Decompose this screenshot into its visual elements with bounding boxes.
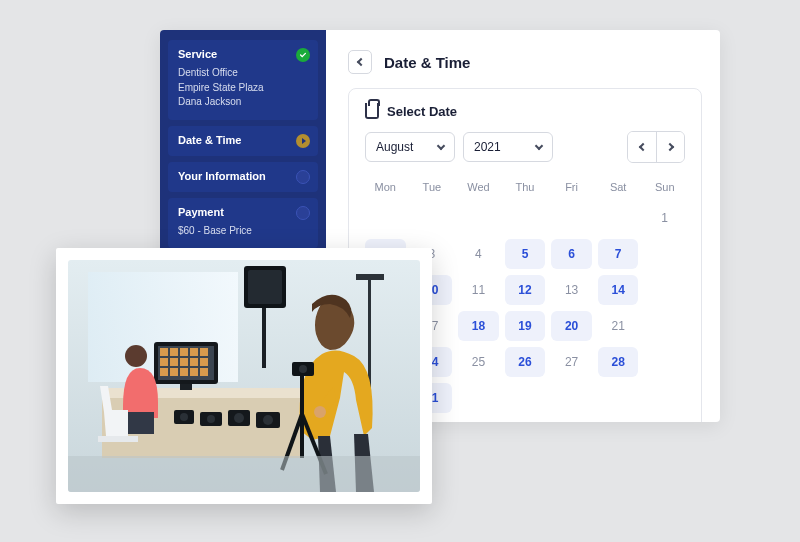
svg-rect-28 [126,412,154,434]
svg-rect-18 [180,358,188,366]
svg-point-35 [234,413,244,423]
svg-rect-15 [200,348,208,356]
svg-point-31 [180,413,188,421]
prev-month-button[interactable] [628,132,656,162]
step-datetime[interactable]: Date & Time [168,126,318,156]
chevron-left-icon [639,143,647,151]
circle-icon [296,206,310,220]
calendar-empty [365,203,406,233]
calendar-empty [598,383,639,413]
calendar-empty [551,383,592,413]
weekday-label: Sun [644,177,685,197]
calendar-day[interactable]: 14 [598,275,639,305]
calendar-day[interactable]: 28 [598,347,639,377]
svg-rect-17 [170,358,178,366]
svg-rect-12 [170,348,178,356]
svg-rect-24 [190,368,198,376]
step-payment[interactable]: Payment $60 - Base Price [168,198,318,249]
calendar-empty [505,203,546,233]
calendar-day[interactable]: 7 [598,239,639,269]
calendar-nav [627,131,685,163]
weekday-label: Fri [551,177,592,197]
calendar-day: 13 [551,275,592,305]
calendar-day[interactable]: 19 [505,311,546,341]
step-details: $60 - Base Price [178,224,308,239]
calendar-empty [644,383,685,413]
photo-image [68,260,420,492]
circle-icon [296,170,310,184]
step-title: Date & Time [178,134,308,146]
step-service[interactable]: Service Dentist Office Empire State Plaz… [168,40,318,120]
weekday-label: Wed [458,177,499,197]
svg-rect-16 [160,358,168,366]
svg-point-38 [314,406,326,418]
calendar-day: 21 [598,311,639,341]
weekday-label: Mon [365,177,406,197]
calendar-day: 11 [458,275,499,305]
calendar-empty [598,203,639,233]
calendar-empty [551,203,592,233]
calendar-weekdays: MonTueWedThuFriSatSun [365,177,685,197]
svg-rect-14 [190,348,198,356]
calendar-day[interactable]: 12 [505,275,546,305]
calendar-empty [458,383,499,413]
calendar-day: 25 [458,347,499,377]
step-details: Dentist Office Empire State Plaza Dana J… [178,66,308,110]
svg-rect-19 [190,358,198,366]
svg-rect-29 [98,436,138,442]
svg-rect-26 [180,384,192,390]
chevron-left-icon [357,58,365,66]
calendar-day[interactable]: 18 [458,311,499,341]
page-title: Date & Time [384,54,470,71]
calendar-day[interactable]: 6 [551,239,592,269]
svg-rect-3 [248,270,282,304]
calendar-empty [644,239,685,269]
step-title: Service [178,48,308,60]
year-select[interactable]: 2021 [463,132,553,162]
svg-rect-11 [160,348,168,356]
photo-card [56,248,432,504]
calendar-day: 4 [458,239,499,269]
calendar-empty [458,203,499,233]
weekday-label: Sat [598,177,639,197]
svg-rect-6 [356,274,384,280]
svg-rect-13 [180,348,188,356]
panel-header: Select Date [365,103,685,119]
calendar-day[interactable]: 5 [505,239,546,269]
calendar-empty [644,275,685,305]
weekday-label: Thu [505,177,546,197]
calendar-empty [412,203,453,233]
month-select[interactable]: August [365,132,455,162]
calendar-empty [505,383,546,413]
svg-rect-42 [68,456,420,492]
step-title: Your Information [178,170,308,182]
svg-point-27 [125,345,147,367]
next-month-button[interactable] [656,132,684,162]
calendar-day: 27 [551,347,592,377]
svg-point-41 [299,365,307,373]
svg-rect-4 [262,308,266,368]
svg-rect-25 [200,368,208,376]
step-your-info[interactable]: Your Information [168,162,318,192]
calendar-day[interactable]: 20 [551,311,592,341]
svg-rect-20 [200,358,208,366]
panel-title: Select Date [387,104,457,119]
back-button[interactable] [348,50,372,74]
arrow-right-icon [296,134,310,148]
chevron-right-icon [665,143,673,151]
clipboard-icon [365,103,379,119]
svg-rect-22 [170,368,178,376]
calendar-empty [644,347,685,377]
svg-rect-21 [160,368,168,376]
calendar-controls: August 2021 [365,131,685,163]
calendar-day: 1 [644,203,685,233]
svg-rect-23 [180,368,188,376]
check-icon [296,48,310,62]
calendar-empty [644,311,685,341]
svg-point-33 [207,415,215,423]
weekday-label: Tue [412,177,453,197]
calendar-day[interactable]: 26 [505,347,546,377]
chevron-down-icon [437,142,445,150]
step-title: Payment [178,206,308,218]
svg-point-37 [263,415,273,425]
